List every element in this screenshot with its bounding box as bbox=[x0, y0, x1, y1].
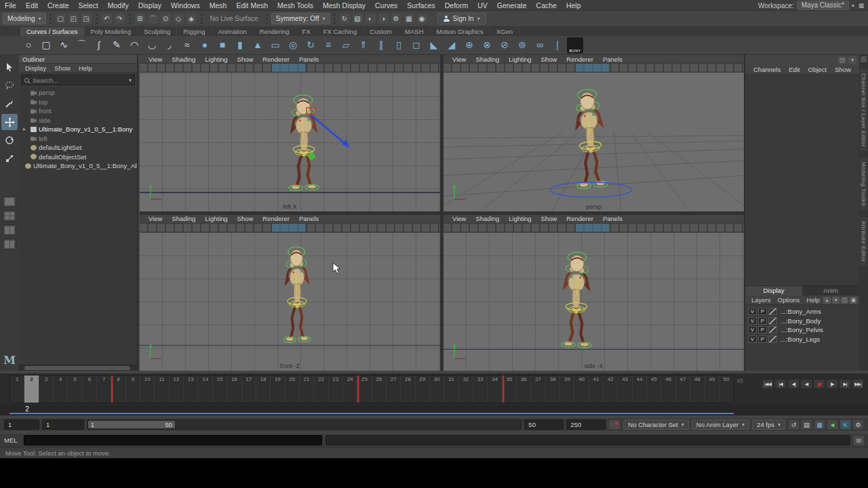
layout-three-pane-button[interactable] bbox=[3, 239, 16, 250]
outliner-item[interactable]: front bbox=[19, 106, 137, 116]
workspace-menu-icon[interactable]: ▦ bbox=[857, 1, 865, 9]
anim-layer-dropdown[interactable]: No Anim Layer ▾ bbox=[692, 420, 749, 430]
viewport-menu-item[interactable]: Renderer bbox=[258, 56, 294, 63]
workspace-selector[interactable]: Workspace: Maya Classic* ▾ bbox=[758, 0, 854, 11]
viewport-menu-item[interactable]: Renderer bbox=[561, 56, 598, 63]
shelf-tab[interactable]: FX bbox=[296, 27, 317, 36]
menu-item[interactable]: Modify bbox=[103, 0, 134, 11]
nurbs-plane-icon[interactable]: ▭ bbox=[267, 37, 283, 54]
layer-color-swatch[interactable] bbox=[768, 336, 777, 343]
time-ruler-frame-2[interactable]: 2 bbox=[24, 375, 38, 403]
nurbs-cube-icon[interactable]: ■ bbox=[214, 37, 231, 54]
layer-editor-tab[interactable]: Display bbox=[745, 286, 802, 296]
make-live-icon[interactable]: ◈ bbox=[186, 13, 197, 24]
viewport-menu-item[interactable]: Panels bbox=[294, 56, 323, 63]
time-ruler-frame-25[interactable]: 25 bbox=[357, 375, 371, 403]
menu-item[interactable]: Help bbox=[561, 0, 586, 11]
two-point-arc-icon[interactable]: ◡ bbox=[144, 37, 160, 54]
time-ruler-frame-35[interactable]: 35 bbox=[502, 375, 516, 403]
menu-item[interactable]: Cache bbox=[532, 0, 561, 11]
rotate-tool-button[interactable] bbox=[1, 132, 18, 148]
menu-item[interactable]: Surfaces bbox=[402, 0, 439, 11]
time-ruler-frame-31[interactable]: 31 bbox=[443, 375, 458, 403]
layer-color-swatch[interactable] bbox=[768, 308, 777, 315]
time-ruler-frame-9[interactable]: 9 bbox=[125, 375, 140, 403]
...:Bony_Legs[interactable]: V P ...:Bony_Legs bbox=[745, 335, 859, 344]
time-ruler-frame-27[interactable]: 27 bbox=[386, 375, 400, 403]
status-separator[interactable] bbox=[95, 13, 98, 25]
nurbs-cone-icon[interactable]: ▲ bbox=[250, 37, 266, 54]
shelf-tab[interactable]: XGen bbox=[490, 27, 519, 36]
shelf-tab[interactable]: Motion Graphics bbox=[431, 27, 490, 36]
outliner-menu-item[interactable]: Display bbox=[22, 64, 50, 72]
layout-four-pane-button[interactable] bbox=[3, 210, 16, 222]
viewport-menu-item[interactable]: Shading bbox=[167, 56, 200, 63]
playback-start-field[interactable]: 1 bbox=[42, 420, 84, 430]
time-ruler-frame-45[interactable]: 45 bbox=[646, 375, 660, 403]
stop-button[interactable]: ■ bbox=[813, 379, 825, 389]
channel-box-menu-item[interactable]: Channels bbox=[749, 66, 785, 73]
attach-surfaces-icon[interactable]: ∞ bbox=[532, 37, 548, 54]
layer-visibility-toggle[interactable]: V bbox=[748, 308, 757, 315]
snap-point-icon[interactable]: ⊙ bbox=[160, 13, 172, 24]
ep-curve-tool-icon[interactable]: ⌒ bbox=[73, 37, 90, 54]
outliner-item[interactable]: top bbox=[19, 98, 137, 107]
outliner-menu-item[interactable]: Help bbox=[75, 64, 96, 72]
dock-tab[interactable]: Modeling Toolkit bbox=[860, 158, 867, 210]
command-language-toggle[interactable]: MEL bbox=[4, 436, 20, 444]
time-ruler-frame-22[interactable]: 22 bbox=[313, 375, 328, 403]
bevel-icon[interactable]: ◣ bbox=[426, 37, 442, 54]
layer-playback-toggle[interactable]: P bbox=[758, 336, 767, 343]
dock-tab[interactable]: Attribute Editor bbox=[860, 217, 867, 266]
play-backwards-button[interactable]: ◀ bbox=[800, 379, 812, 389]
mute-icon[interactable]: ◄ bbox=[827, 420, 838, 430]
time-ruler-frame-8[interactable]: 8 bbox=[111, 375, 125, 403]
move-tool-button[interactable] bbox=[1, 114, 18, 130]
time-ruler-frame-19[interactable]: 19 bbox=[270, 375, 284, 403]
time-ruler-frame-11[interactable]: 11 bbox=[154, 375, 168, 403]
range-slider-bar[interactable]: 1 50 bbox=[88, 421, 175, 428]
time-ruler-frame-14[interactable]: 14 bbox=[197, 375, 212, 403]
...:Bony_Pelvis[interactable]: V P ...:Bony_Pelvis bbox=[745, 325, 859, 335]
curve-fillet-icon[interactable]: ◞ bbox=[161, 37, 178, 54]
animation-preferences-icon[interactable]: ⚙ bbox=[852, 420, 864, 430]
snap-plane-icon[interactable]: ◇ bbox=[173, 13, 184, 24]
time-ruler-frame-42[interactable]: 42 bbox=[603, 375, 617, 403]
menu-item[interactable]: Mesh Tools bbox=[273, 0, 318, 11]
step-back-key-button[interactable]: |◀ bbox=[774, 379, 787, 389]
no-live-surface-field[interactable]: No Live Surface bbox=[210, 15, 258, 22]
outliner-item[interactable]: defaultObjectSet bbox=[19, 152, 137, 162]
offset-curve-icon[interactable]: ≈ bbox=[179, 37, 195, 54]
nurbs-circle-icon[interactable]: ○ bbox=[20, 37, 37, 54]
dock-tab[interactable]: Channel Box / Layer Editor bbox=[860, 69, 867, 151]
bony-shelf-item[interactable]: BONY bbox=[567, 37, 583, 54]
time-ruler-frame-47[interactable]: 47 bbox=[675, 375, 690, 403]
shelf-tab[interactable]: Poly Modeling bbox=[85, 27, 138, 36]
sign-in-button[interactable]: Sign In ▾ bbox=[437, 13, 486, 24]
render-settings-icon[interactable]: ⚙ bbox=[391, 13, 402, 24]
step-forward-key-button[interactable]: ▶| bbox=[839, 379, 851, 389]
hypershade-icon[interactable]: ▦ bbox=[403, 13, 415, 24]
status-separator[interactable] bbox=[200, 13, 203, 25]
step-forward-frame-button[interactable]: |▶ bbox=[826, 379, 838, 389]
range-slider[interactable]: 1 50 bbox=[87, 420, 521, 430]
viewport-menu-item[interactable]: View bbox=[448, 215, 471, 222]
time-ruler-frame-46[interactable]: 46 bbox=[660, 375, 675, 403]
lookdev-icon[interactable]: ◉ bbox=[416, 13, 428, 24]
time-ruler-frame-28[interactable]: 28 bbox=[400, 375, 414, 403]
nurbs-square-icon[interactable]: ▢ bbox=[38, 37, 54, 54]
channel-box-menu-item[interactable]: Show bbox=[831, 66, 855, 73]
time-ruler-frame-18[interactable]: 18 bbox=[256, 375, 270, 403]
...:Bony_Arms[interactable]: V P ...:Bony_Arms bbox=[745, 307, 859, 317]
time-ruler-frame-41[interactable]: 41 bbox=[589, 375, 603, 403]
fps-dropdown[interactable]: 24 fps ▾ bbox=[752, 420, 785, 430]
viewport-menu-item[interactable]: Lighting bbox=[504, 215, 536, 222]
new-empty-layer-icon[interactable]: ▢ bbox=[841, 297, 848, 304]
step-back-frame-button[interactable]: ◀| bbox=[787, 379, 800, 389]
layer-playback-toggle[interactable]: P bbox=[758, 326, 767, 333]
shelf-tab[interactable]: Curves / Surfaces bbox=[20, 27, 85, 36]
outliner-item[interactable]: persp bbox=[19, 88, 137, 98]
detach-surfaces-icon[interactable]: ∣ bbox=[549, 37, 566, 54]
time-editor-icon[interactable]: ▤ bbox=[801, 420, 812, 430]
time-ruler-frame-36[interactable]: 36 bbox=[516, 375, 530, 403]
